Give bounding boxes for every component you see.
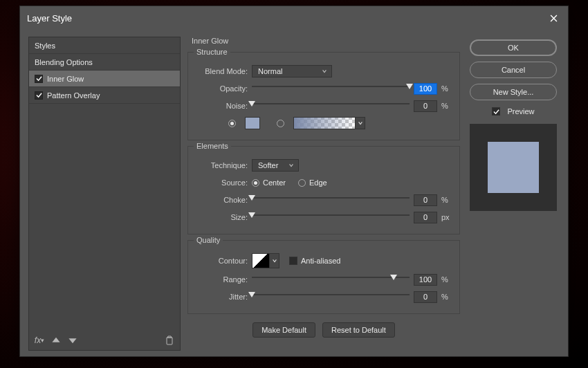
trash-icon[interactable] (163, 334, 176, 347)
chevron-down-icon (270, 253, 279, 268)
sidebar-item-styles[interactable]: Styles (29, 37, 180, 54)
source-edge-radio[interactable] (298, 179, 306, 187)
contour-picker[interactable] (252, 253, 279, 268)
noise-label: Noise: (196, 102, 252, 110)
technique-combo[interactable]: Softer (252, 159, 299, 172)
jitter-input[interactable]: 0 (414, 291, 437, 303)
noise-input[interactable]: 0 (414, 100, 437, 112)
range-input[interactable]: 100 (414, 274, 437, 286)
range-slider[interactable] (252, 275, 410, 284)
cancel-button[interactable]: Cancel (470, 62, 557, 78)
checkbox-icon[interactable] (35, 75, 43, 83)
preview-checkbox[interactable] (492, 107, 500, 116)
ok-button[interactable]: OK (470, 39, 557, 56)
opacity-slider[interactable] (252, 84, 410, 93)
opacity-label: Opacity: (196, 84, 252, 93)
technique-label: Technique: (196, 161, 252, 169)
chevron-down-icon (288, 161, 294, 169)
choke-input[interactable]: 0 (414, 194, 437, 206)
jitter-slider[interactable] (252, 292, 410, 302)
styles-sidebar: Styles Blending Options Inner Glow Patte… (28, 37, 181, 351)
range-label: Range: (196, 275, 252, 284)
preview-thumbnail (470, 124, 557, 211)
quality-group: Quality Contour: Anti-aliased Range: 100… (187, 240, 460, 314)
reset-default-button[interactable]: Reset to Default (322, 322, 395, 338)
antialias-checkbox[interactable] (289, 257, 297, 265)
gradient-radio[interactable] (277, 120, 284, 127)
group-legend: Structure (194, 48, 230, 56)
size-label: Size: (196, 213, 252, 221)
jitter-label: Jitter: (196, 293, 252, 301)
checkbox-icon[interactable] (35, 91, 43, 100)
close-button[interactable] (546, 10, 561, 26)
titlebar: Layer Style (20, 6, 568, 30)
sidebar-item-label: Styles (35, 42, 55, 50)
sidebar-footer: fx▾ (29, 331, 180, 350)
blend-mode-combo[interactable]: Normal (252, 65, 332, 77)
group-legend: Elements (194, 142, 231, 150)
noise-slider[interactable] (252, 101, 410, 111)
panel-title: Inner Glow (192, 37, 460, 45)
chevron-down-icon (322, 67, 327, 75)
sidebar-item-inner-glow[interactable]: Inner Glow (29, 71, 180, 87)
gradient-picker[interactable] (293, 117, 365, 129)
chevron-down-icon (356, 117, 365, 129)
sidebar-item-pattern-overlay[interactable]: Pattern Overlay (29, 87, 180, 104)
dialog-actions: OK Cancel New Style... Preview (467, 37, 560, 351)
color-radio[interactable] (228, 120, 236, 127)
elements-group: Elements Technique: Softer Source: Cente… (187, 146, 460, 234)
choke-label: Choke: (196, 196, 252, 204)
group-legend: Quality (194, 236, 223, 244)
opacity-input[interactable]: 100 (414, 83, 437, 95)
settings-panel: Inner Glow Structure Blend Mode: Normal … (187, 37, 460, 351)
blend-mode-label: Blend Mode: (196, 67, 252, 75)
make-default-button[interactable]: Make Default (252, 322, 315, 338)
source-label: Source: (196, 178, 252, 187)
dialog-title: Layer Style (27, 13, 72, 24)
close-icon (550, 15, 558, 22)
preview-label: Preview (507, 107, 534, 116)
sidebar-item-label: Inner Glow (47, 75, 84, 83)
source-center-radio[interactable] (252, 179, 259, 187)
structure-group: Structure Blend Mode: Normal Opacity: 10… (187, 52, 460, 140)
size-slider[interactable] (252, 212, 410, 222)
arrow-down-icon[interactable] (66, 334, 79, 347)
sidebar-item-label: Pattern Overlay (47, 91, 100, 100)
sidebar-item-blending-options[interactable]: Blending Options (29, 54, 180, 71)
new-style-button[interactable]: New Style... (470, 84, 557, 100)
choke-slider[interactable] (252, 195, 410, 205)
sidebar-item-label: Blending Options (35, 58, 93, 66)
size-input[interactable]: 0 (414, 212, 437, 223)
fx-icon[interactable]: fx▾ (33, 334, 46, 347)
arrow-up-icon[interactable] (50, 334, 62, 347)
color-swatch[interactable] (245, 117, 260, 129)
layer-style-dialog: Layer Style Styles Blending Options Inne… (19, 6, 569, 357)
contour-label: Contour: (196, 257, 252, 265)
